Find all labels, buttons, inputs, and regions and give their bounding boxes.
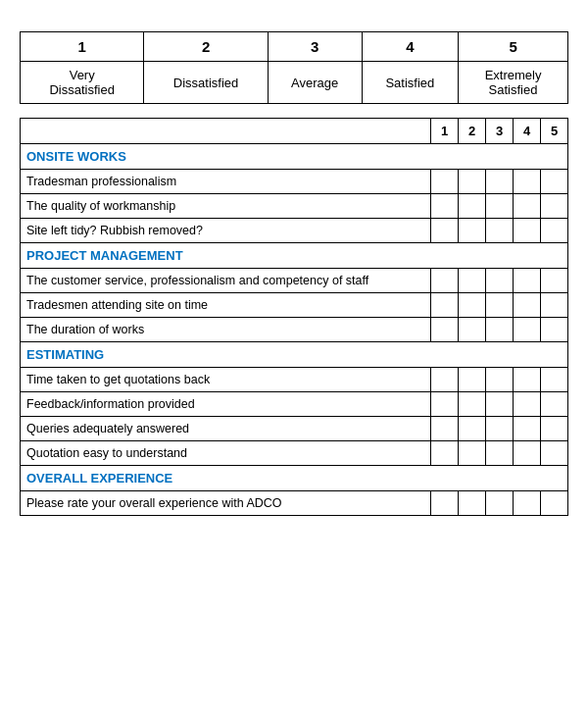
table-row: Tradesman professionalism [21, 170, 568, 194]
table-row: The quality of workmanship [21, 194, 568, 219]
table-row: Queries adequately answered [21, 417, 568, 441]
table-row: The customer service, professionalism an… [21, 269, 568, 293]
table-row: Quotation easy to understand [21, 441, 568, 466]
table-row: Please rate your overall experience with… [21, 491, 568, 516]
table-row: The duration of works [21, 318, 568, 342]
scale-table: 12345 VeryDissatisfiedDissatisfiedAverag… [20, 31, 568, 104]
table-row: Time taken to get quotations back [21, 368, 568, 392]
table-row: Site left tidy? Rubbish removed? [21, 219, 568, 243]
table-row: Tradesmen attending site on time [21, 293, 568, 318]
table-row: Feedback/information provided [21, 392, 568, 417]
survey-table: 12345 ONSITE WORKSTradesman professional… [20, 118, 568, 516]
page-container: 12345 VeryDissatisfiedDissatisfiedAverag… [20, 20, 568, 516]
